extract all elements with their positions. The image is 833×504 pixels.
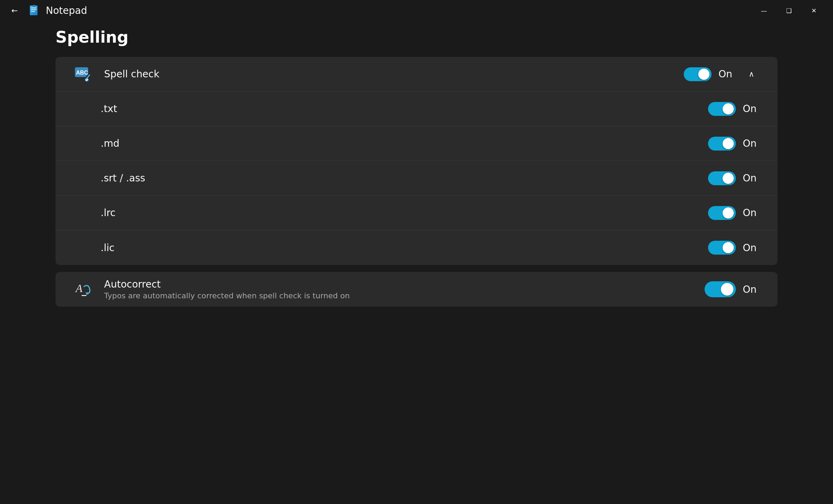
- autocorrect-sublabel: Typos are automatically corrected when s…: [104, 291, 705, 300]
- txt-label-group: .txt: [101, 103, 708, 114]
- md-status: On: [743, 138, 760, 149]
- svg-rect-2: [31, 8, 36, 8]
- autocorrect-icon: A: [73, 279, 94, 300]
- autocorrect-status: On: [743, 284, 760, 295]
- txt-row: .txt On: [56, 92, 777, 126]
- md-label-group: .md: [101, 138, 708, 149]
- autocorrect-row: A Autocorrect Typos are automatically co…: [56, 272, 777, 307]
- title-bar-controls: — ❑ ✕: [752, 2, 826, 19]
- svg-text:ABC: ABC: [76, 70, 88, 76]
- srt-label-group: .srt / .ass: [101, 172, 708, 184]
- lic-row: .lic On: [56, 230, 777, 265]
- title-bar: ← Notepad — ❑ ✕: [0, 0, 833, 21]
- svg-rect-1: [30, 6, 37, 15]
- back-button[interactable]: ←: [7, 3, 22, 18]
- app-icon: [28, 5, 40, 16]
- autocorrect-toggle[interactable]: [705, 281, 736, 297]
- lrc-label: .lrc: [101, 207, 708, 219]
- lrc-status: On: [743, 207, 760, 219]
- spell-check-chevron[interactable]: ∧: [743, 66, 760, 83]
- lic-status: On: [743, 242, 760, 254]
- autocorrect-label-group: Autocorrect Typos are automatically corr…: [104, 279, 705, 300]
- page-content: Spelling ABC Spell check On ∧: [0, 21, 833, 504]
- svg-rect-5: [33, 5, 35, 7]
- srt-row: .srt / .ass On: [56, 161, 777, 196]
- spell-check-label-group: Spell check: [104, 68, 684, 80]
- lic-controls: On: [708, 241, 760, 255]
- srt-toggle[interactable]: [708, 171, 736, 185]
- md-controls: On: [708, 137, 760, 151]
- spell-check-label: Spell check: [104, 68, 684, 80]
- autocorrect-controls: On: [705, 281, 760, 297]
- svg-text:A: A: [75, 282, 83, 294]
- spell-check-status: On: [718, 68, 736, 80]
- srt-label: .srt / .ass: [101, 172, 708, 184]
- maximize-button[interactable]: ❑: [777, 2, 801, 19]
- spell-check-controls: On ∧: [684, 66, 760, 83]
- lrc-controls: On: [708, 206, 760, 220]
- close-button[interactable]: ✕: [802, 2, 826, 19]
- spell-check-card: ABC Spell check On ∧ .txt: [56, 57, 777, 265]
- minimize-button[interactable]: —: [752, 2, 776, 19]
- txt-status: On: [743, 103, 760, 114]
- srt-controls: On: [708, 171, 760, 185]
- txt-label: .txt: [101, 103, 708, 114]
- page-heading: Spelling: [56, 28, 777, 46]
- md-label: .md: [101, 138, 708, 149]
- md-row: .md On: [56, 126, 777, 161]
- lrc-label-group: .lrc: [101, 207, 708, 219]
- srt-status: On: [743, 172, 760, 184]
- spell-check-toggle[interactable]: [684, 67, 712, 81]
- lic-toggle[interactable]: [708, 241, 736, 255]
- lic-label-group: .lic: [101, 242, 708, 254]
- autocorrect-label: Autocorrect: [104, 279, 705, 290]
- lrc-toggle[interactable]: [708, 206, 736, 220]
- lrc-row: .lrc On: [56, 196, 777, 230]
- md-toggle[interactable]: [708, 137, 736, 151]
- txt-controls: On: [708, 102, 760, 116]
- autocorrect-card: A Autocorrect Typos are automatically co…: [56, 272, 777, 307]
- svg-rect-3: [31, 9, 36, 10]
- spell-check-row: ABC Spell check On ∧: [56, 57, 777, 92]
- spell-check-icon: ABC: [73, 64, 94, 85]
- svg-rect-4: [31, 11, 35, 12]
- lic-label: .lic: [101, 242, 708, 254]
- app-title: Notepad: [46, 5, 87, 16]
- txt-toggle[interactable]: [708, 102, 736, 116]
- title-bar-left: ← Notepad: [7, 3, 752, 18]
